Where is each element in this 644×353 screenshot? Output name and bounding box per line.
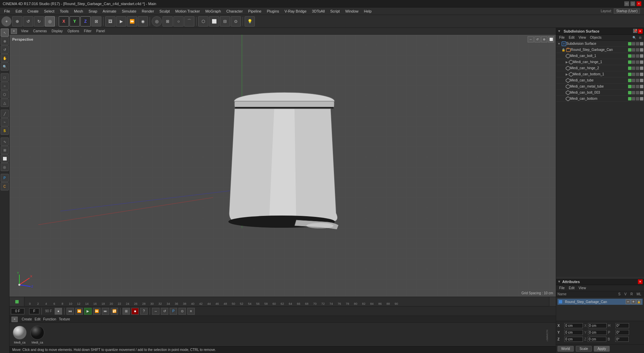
mat-panel-icon[interactable]: ≡ xyxy=(12,317,18,322)
toolbar-obj-mode[interactable]: ⬡ xyxy=(198,16,208,26)
menu-mesh[interactable]: Mesh xyxy=(71,8,86,14)
menu-window[interactable]: Window xyxy=(342,8,361,14)
menu-file[interactable]: File xyxy=(1,8,13,14)
obj-row-hinge2[interactable]: Medi_can_hinge_2 xyxy=(556,65,644,71)
vp-menu-view[interactable]: View xyxy=(19,29,31,33)
attr-close-btn[interactable]: ✕ xyxy=(638,279,643,284)
obj-expand-hinge1[interactable]: ▶ xyxy=(566,60,568,64)
attr-lock-icon[interactable]: 🔒 xyxy=(637,299,641,304)
tool-pan[interactable]: ✋ xyxy=(1,54,9,62)
tool-sphere[interactable]: ○ xyxy=(1,82,9,90)
obj-manager-close[interactable]: ✕ xyxy=(638,29,643,34)
toolbar-axis-x[interactable]: X xyxy=(59,16,69,26)
toolbar-light-btn[interactable]: 💡 xyxy=(245,16,255,26)
menu-simulate[interactable]: Simulate xyxy=(119,8,139,14)
menu-select[interactable]: Select xyxy=(41,8,57,14)
obj-row-bolt1[interactable]: Medi_can_bolt_1 xyxy=(556,53,644,59)
transport-stop-red[interactable]: ■ xyxy=(131,308,139,315)
vp-menu-options[interactable]: Options xyxy=(65,29,81,33)
tool-uvw[interactable]: ⬜ xyxy=(1,154,9,163)
attr-menu-file[interactable]: File xyxy=(557,286,566,290)
tool-box[interactable]: □ xyxy=(1,73,9,81)
object-tree[interactable]: ▼ Subdivision Surface xyxy=(556,41,644,277)
mat-menu-texture[interactable]: Texture xyxy=(59,317,70,321)
mat-menu-edit[interactable]: Edit xyxy=(35,317,40,321)
transport-go-end[interactable]: ⏭ xyxy=(102,308,109,315)
coord-y-pos[interactable] xyxy=(564,330,583,335)
vp-menu-cameras[interactable]: Cameras xyxy=(31,29,49,33)
coord-z-b[interactable] xyxy=(615,337,629,342)
toolbar-mode-world[interactable]: ⊠ xyxy=(91,16,101,26)
tool-select[interactable]: ⊕ xyxy=(1,37,9,45)
obj-row-tube[interactable]: Medi_can_tube xyxy=(556,77,644,83)
mat-menu-function[interactable]: Function xyxy=(43,317,56,321)
obj-filter-icon[interactable]: ⊞ xyxy=(638,36,643,39)
obj-menu-file[interactable]: File xyxy=(557,35,566,40)
transport-key-all[interactable]: ⊞ xyxy=(122,308,130,315)
toolbar-render-region[interactable]: 🖼 xyxy=(105,16,115,26)
obj-expand-bottom1[interactable]: ▶ xyxy=(566,73,568,76)
obj-row-bottom1[interactable]: ▶ Medi_can_bottom_1 xyxy=(556,71,644,77)
menu-motion-tracker[interactable]: Motion Tracker xyxy=(172,8,203,14)
nav-zoom-icon[interactable]: ⊕ xyxy=(541,36,547,42)
material-swatch-grey[interactable]: Medi_ca xyxy=(12,325,27,344)
transport-list-icon[interactable]: ≡ xyxy=(187,308,195,315)
tool-spline[interactable]: ∿ xyxy=(1,137,9,146)
transport-record-btn[interactable]: ● xyxy=(55,308,62,315)
attr-vis-icon[interactable]: 👁 xyxy=(631,299,636,304)
coord-x-rot[interactable] xyxy=(588,323,607,328)
toolbar-live-select-btn[interactable]: ◎ xyxy=(45,16,55,26)
obj-row-garbage-can[interactable]: 🔒 Round_Step_Garbage_Can xyxy=(556,47,644,53)
toolbar-redo-btn[interactable]: ↻ xyxy=(34,16,44,26)
coord-z-rot[interactable] xyxy=(588,337,606,342)
transport-scale-icon[interactable]: P xyxy=(170,308,177,315)
toolbar-poly-mode[interactable]: ⬜ xyxy=(209,16,219,26)
material-swatch-dark[interactable]: Medi_ca xyxy=(30,325,45,344)
coord-y-rot[interactable] xyxy=(588,330,607,335)
transport-move-icon[interactable]: ↔ xyxy=(152,308,159,315)
tool-brush[interactable]: ~ xyxy=(1,118,9,126)
obj-row-hinge1[interactable]: ▶ Medi_can_hinge_1 xyxy=(556,59,644,65)
transport-prev-frame[interactable]: ⏪ xyxy=(75,308,83,315)
tool-coffee[interactable]: C xyxy=(1,182,9,190)
tool-s[interactable]: S xyxy=(1,127,9,135)
menu-pipeline[interactable]: Pipeline xyxy=(245,8,264,14)
menu-render[interactable]: Render xyxy=(139,8,157,14)
coord-x-pos[interactable] xyxy=(564,323,583,328)
tool-line[interactable]: ╱ xyxy=(1,110,9,118)
viewport-canvas[interactable]: Perspective Grid Spacing : 10 cm ↔ ↺ ⊕ ⬜ xyxy=(10,35,556,297)
scale-button[interactable]: Scale xyxy=(576,346,592,352)
nav-move-icon[interactable]: ↔ xyxy=(528,36,534,42)
menu-character[interactable]: Character xyxy=(224,8,245,14)
transport-go-start[interactable]: ⏮ xyxy=(67,308,74,315)
transport-next-frame[interactable]: ⏩ xyxy=(93,308,100,315)
toolbar-sel-circle[interactable]: ○ xyxy=(173,16,184,26)
transport-help[interactable]: ? xyxy=(140,308,148,315)
toolbar-render-all[interactable]: ⏩ xyxy=(127,16,137,26)
obj-row-bottom[interactable]: Medi_can_bottom xyxy=(556,96,644,102)
nav-rotate-icon[interactable]: ↺ xyxy=(534,36,541,42)
menu-sculpt[interactable]: Sculpt xyxy=(157,8,173,14)
toolbar-pt-mode[interactable]: ⊙ xyxy=(231,16,241,26)
attr-menu-edit[interactable]: Edit xyxy=(567,286,576,290)
obj-manager-pin[interactable]: 📌 xyxy=(633,29,637,33)
vp-menu-panel[interactable]: Panel xyxy=(94,29,107,33)
menu-plugins[interactable]: Plugins xyxy=(264,8,282,14)
menu-vray[interactable]: V-Ray Bridge xyxy=(282,8,309,14)
maximize-button[interactable]: □ xyxy=(630,1,635,6)
vp-menu-display[interactable]: Display xyxy=(50,29,65,33)
obj-manager-collapse[interactable]: ▼ xyxy=(557,29,561,33)
layout-selector[interactable]: Startup (User) xyxy=(614,8,640,14)
menu-create[interactable]: Create xyxy=(25,8,41,14)
minimize-button[interactable]: ─ xyxy=(624,1,629,6)
menu-3dtoall[interactable]: 3DToAll xyxy=(309,8,327,14)
menu-snap[interactable]: Snap xyxy=(86,8,100,14)
current-frame-input[interactable] xyxy=(11,308,24,314)
apply-button[interactable]: Apply xyxy=(594,346,610,352)
tool-move[interactable]: ↖ xyxy=(1,29,9,37)
close-button[interactable]: ✕ xyxy=(637,1,641,6)
menu-animate[interactable]: Animate xyxy=(100,8,119,14)
coord-x-h[interactable] xyxy=(615,323,629,328)
transport-play-fwd[interactable]: ▶ xyxy=(84,308,92,315)
obj-search-icon[interactable]: 🔍 xyxy=(631,36,637,39)
